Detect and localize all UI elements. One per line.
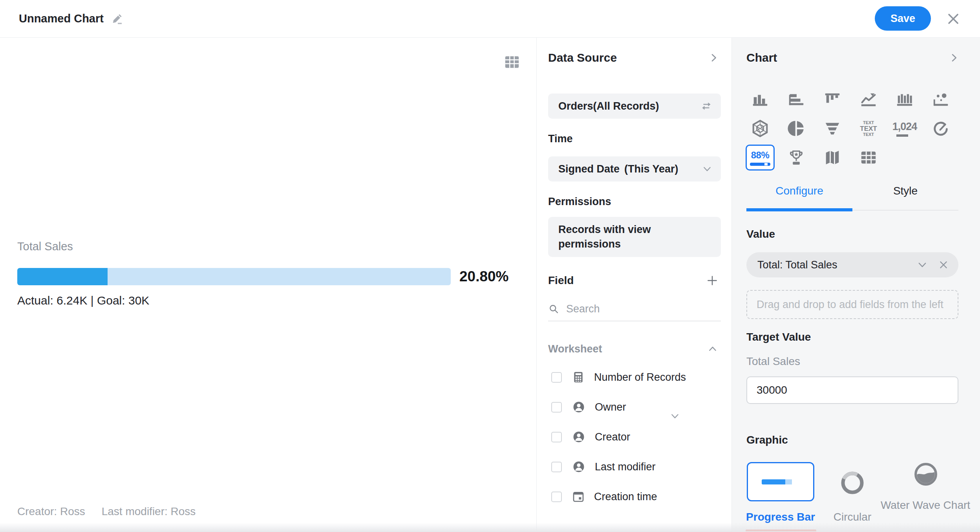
graphic-option-water-wave[interactable]: [914, 462, 938, 486]
calculator-icon: [572, 371, 585, 383]
chart-type-progress-chart[interactable]: 88%: [742, 143, 778, 172]
target-value-input[interactable]: [746, 376, 958, 404]
data-source-panel: Data Source Orders(All Records) Time Sig…: [536, 38, 731, 532]
value-field-chip[interactable]: Total: Total Sales: [746, 252, 958, 277]
checkbox[interactable]: [551, 432, 562, 442]
chart-panel-header[interactable]: Chart: [746, 50, 960, 66]
field-search[interactable]: [548, 297, 721, 321]
time-field-range: (This Year): [624, 163, 678, 175]
field-dropzone[interactable]: Drag and drop to add fields from the lef…: [746, 290, 958, 319]
search-input[interactable]: [565, 303, 721, 316]
data-source-header[interactable]: Data Source: [548, 50, 719, 66]
metric-label: Total Sales: [17, 240, 73, 253]
swap-icon: [700, 100, 712, 112]
chart-preview-canvas: Total Sales 20.80% Actual: 6.24K | Goal:…: [0, 38, 536, 532]
chevron-right-icon[interactable]: [708, 52, 719, 63]
chart-panel-title: Chart: [746, 51, 777, 64]
checkbox[interactable]: [551, 402, 562, 413]
chart-type-stacked-bar-chart[interactable]: [814, 85, 850, 114]
field-item-creator[interactable]: Creator: [548, 422, 721, 452]
field-item-last-modifier[interactable]: Last modifier: [548, 452, 721, 482]
graphic-label-progress-bar[interactable]: Progress Bar: [737, 511, 824, 523]
progress-detail: Actual: 6.24K | Goal: 30K: [17, 294, 149, 307]
worksheet-section-header[interactable]: Worksheet: [548, 341, 718, 357]
mini-progress-bar: [750, 163, 770, 166]
checkbox[interactable]: [551, 492, 562, 502]
field-item-owner[interactable]: Owner: [548, 392, 721, 422]
chevron-up-icon[interactable]: [708, 344, 718, 354]
graphic-option-progress-bar[interactable]: [747, 462, 814, 501]
chart-type-map-chart[interactable]: [814, 143, 850, 172]
field-item-creation-time[interactable]: Creation time: [548, 482, 721, 512]
person-icon: [572, 430, 585, 444]
search-icon: [548, 303, 559, 314]
page-title: Unnamed Chart: [19, 12, 104, 25]
chart-type-bar-chart[interactable]: [778, 85, 814, 114]
chart-type-scatter-chart[interactable]: [923, 85, 959, 114]
close-icon[interactable]: [945, 10, 962, 28]
chevron-down-icon[interactable]: [917, 259, 928, 270]
chevron-right-icon[interactable]: [949, 52, 960, 63]
time-field-dropdown[interactable]: Signed Date (This Year): [548, 156, 721, 182]
dropzone-placeholder: Drag and drop to add fields from the lef…: [757, 299, 943, 311]
field-item-number-of-records[interactable]: Number of Records: [548, 362, 721, 392]
target-field-name: Total Sales: [746, 355, 800, 368]
data-source-title: Data Source: [548, 51, 617, 64]
chart-type-funnel-chart[interactable]: [814, 114, 850, 143]
top-bar: Unnamed Chart Save: [0, 0, 980, 38]
last-modifier-text: Last modifier: Ross: [102, 505, 196, 518]
chart-type-grid: TEXT TEXT TEXT 1,024 88%: [742, 85, 959, 172]
edit-pencil-icon[interactable]: [111, 13, 123, 25]
config-tabs: Configure Style: [746, 182, 958, 200]
chart-title-group: Unnamed Chart: [19, 0, 123, 37]
field-section-header: Field: [548, 273, 719, 288]
progress-bar-track: [17, 268, 451, 285]
permissions-section-label: Permissions: [548, 196, 611, 208]
chart-type-column-chart[interactable]: [742, 85, 778, 114]
value-section-label: Value: [746, 228, 775, 240]
graphic-label-circular[interactable]: Circular: [813, 511, 892, 523]
graphic-option-circular[interactable]: [840, 470, 865, 495]
data-table-name: Orders(All Records): [558, 100, 659, 112]
checkbox[interactable]: [551, 372, 562, 383]
value-field-name: Total: Total Sales: [757, 259, 917, 271]
chart-type-line-chart[interactable]: [850, 85, 887, 114]
creator-text: Creator: Ross: [17, 505, 85, 518]
worksheet-label: Worksheet: [548, 343, 602, 355]
chart-type-histogram-chart[interactable]: [887, 85, 923, 114]
target-value-label: Target Value: [746, 331, 811, 343]
checkbox[interactable]: [551, 462, 562, 472]
save-button[interactable]: Save: [875, 6, 931, 31]
selected-chart-type-tile[interactable]: 88%: [746, 145, 775, 171]
time-section-label: Time: [548, 133, 573, 145]
chart-config-panel: Chart: [731, 38, 980, 532]
progress-bar-fill: [17, 268, 108, 285]
progress-bar-thumbnail: [762, 479, 799, 484]
selected-graphic-underline: [746, 530, 816, 532]
permissions-dropdown[interactable]: Records with view permissions: [548, 217, 721, 257]
chart-meta: Creator: Ross Last modifier: Ross: [17, 505, 196, 518]
chart-type-word-cloud-chart[interactable]: TEXT TEXT TEXT: [850, 114, 887, 143]
chart-type-ranking-chart[interactable]: [778, 143, 814, 172]
tab-configure[interactable]: Configure: [746, 182, 852, 200]
progress-percent: 20.80%: [459, 268, 509, 285]
chart-type-gauge-chart[interactable]: [923, 114, 959, 143]
chart-type-radar-chart[interactable]: [742, 114, 778, 143]
chart-type-number-card[interactable]: 1,024: [887, 114, 923, 143]
time-field-name: Signed Date: [558, 163, 620, 175]
active-tab-indicator: [746, 208, 852, 211]
graphic-section-label: Graphic: [746, 434, 788, 446]
person-icon: [572, 400, 585, 414]
field-section-label: Field: [548, 274, 574, 287]
data-table-selector[interactable]: Orders(All Records): [548, 94, 721, 119]
chart-type-table-chart[interactable]: [850, 143, 887, 172]
calendar-icon: [572, 490, 585, 503]
chevron-down-icon: [702, 164, 712, 174]
remove-field-icon[interactable]: [938, 259, 949, 270]
plus-icon[interactable]: [706, 274, 719, 287]
graphic-label-water-wave[interactable]: Water Wave Chart: [878, 498, 973, 512]
permissions-value: Records with view permissions: [558, 222, 688, 251]
chart-type-pie-chart[interactable]: [778, 114, 814, 143]
tab-style[interactable]: Style: [852, 182, 958, 200]
table-view-icon[interactable]: [504, 55, 520, 69]
